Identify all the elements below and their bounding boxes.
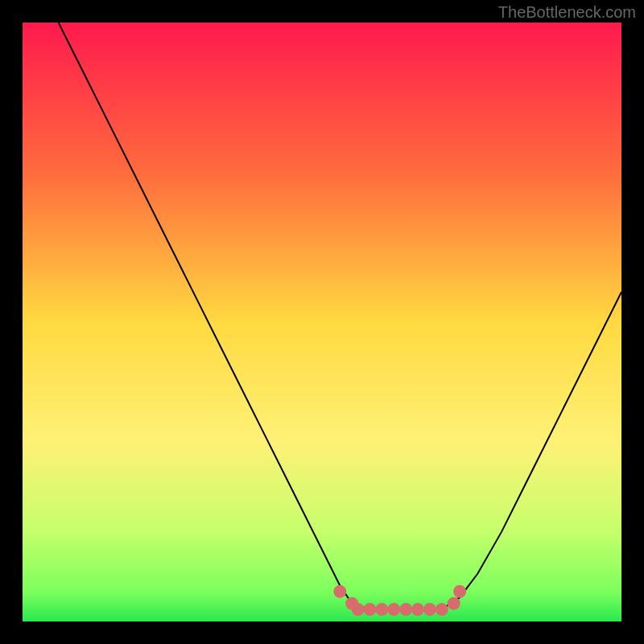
gradient-background <box>23 23 621 621</box>
watermark-text: TheBottleneck.com <box>498 3 636 22</box>
curve-marker <box>453 585 466 598</box>
curve-marker <box>387 603 400 616</box>
curve-marker <box>436 603 448 616</box>
curve-marker <box>364 603 377 616</box>
curve-marker <box>423 603 436 616</box>
curve-marker <box>352 603 365 616</box>
curve-marker <box>399 603 412 616</box>
curve-marker <box>375 603 388 616</box>
chart-plot <box>23 23 621 621</box>
chart-frame <box>23 23 621 621</box>
curve-marker <box>411 603 424 616</box>
curve-marker <box>333 585 346 598</box>
curve-marker <box>448 597 460 610</box>
